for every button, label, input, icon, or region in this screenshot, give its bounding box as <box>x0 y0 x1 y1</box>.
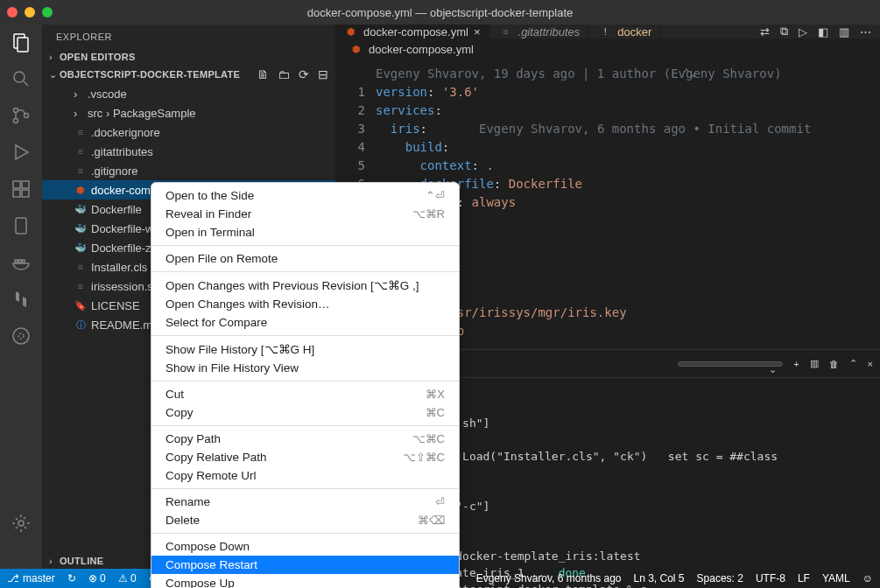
docker-icon[interactable] <box>11 252 32 273</box>
open-changes-icon[interactable]: ⇄ <box>760 25 770 38</box>
menu-shortcut: ⏎ <box>435 495 445 508</box>
chevron-right-icon: › <box>49 556 60 566</box>
svg-rect-11 <box>22 181 29 188</box>
menu-item-open-changes-with-previous-revision-g[interactable]: Open Changes with Previous Revision [⌥⌘G… <box>151 276 459 295</box>
debug-icon[interactable] <box>11 142 32 163</box>
menu-separator <box>151 271 459 272</box>
menu-item-show-file-history-g-h[interactable]: Show File History [⌥⌘G H] <box>151 340 459 359</box>
objectscript-icon[interactable] <box>11 215 32 236</box>
svg-rect-8 <box>13 181 20 188</box>
minimize-window-button[interactable] <box>25 7 35 18</box>
refresh-icon[interactable]: ⟳ <box>299 67 309 81</box>
split-icon[interactable]: ▥ <box>839 25 849 38</box>
maximize-window-button[interactable] <box>42 7 53 18</box>
menu-item-delete[interactable]: Delete⌘⌫ <box>151 511 459 529</box>
tree-file-gitattributes[interactable]: ≡.gitattributes <box>42 142 335 161</box>
info-icon: ⓘ <box>74 318 88 332</box>
collapse-icon[interactable]: ⊟ <box>318 67 328 81</box>
menu-item-open-file-on-remote[interactable]: Open File on Remote <box>151 249 459 268</box>
svg-rect-12 <box>16 218 26 234</box>
docker-file-icon: 🐳 <box>74 241 88 255</box>
menu-item-copy-path[interactable]: Copy Path⌥⌘C <box>151 430 459 448</box>
breadcrumb[interactable]: ⬢ docker-compose.yml <box>335 38 880 60</box>
menu-shortcut: ⌘C <box>426 406 445 419</box>
menu-item-compose-down[interactable]: Compose Down <box>151 537 459 556</box>
window-controls <box>7 7 53 18</box>
extensions-icon[interactable] <box>11 178 32 200</box>
tree-file-dockerignore[interactable]: ≡.dockerignore <box>42 122 335 142</box>
preview-icon[interactable]: ◧ <box>818 25 828 38</box>
svg-point-18 <box>18 521 24 526</box>
menu-item-copy-remote-url[interactable]: Copy Remote Url <box>151 466 459 485</box>
status-errors[interactable]: ⊗ 0 <box>88 572 106 584</box>
menu-item-copy-relative-path[interactable]: Copy Relative Path⌥⇧⌘C <box>151 448 459 466</box>
status-warnings[interactable]: ⚠ 0 <box>118 572 137 584</box>
docker-file-icon: 🐳 <box>74 221 88 235</box>
close-window-button[interactable] <box>7 7 18 18</box>
new-file-icon[interactable]: 🗎 <box>257 67 269 81</box>
menu-item-copy[interactable]: Copy⌘C <box>151 403 459 422</box>
search-icon[interactable] <box>11 68 32 89</box>
status-lang[interactable]: YAML <box>822 572 850 584</box>
compose-icon: ⬢ <box>74 183 88 197</box>
chevron-right-icon: › <box>74 88 84 101</box>
explorer-icon[interactable] <box>11 32 32 52</box>
more-icon[interactable]: ⋯ <box>860 25 871 38</box>
menu-item-label: Compose Down <box>165 540 250 553</box>
file-icon: ≡ <box>74 125 88 139</box>
close-panel-icon[interactable]: × <box>868 359 873 369</box>
hashicorp-icon[interactable] <box>11 289 32 310</box>
new-folder-icon[interactable]: 🗀 <box>278 67 290 81</box>
menu-item-cut[interactable]: Cut⌘X <box>151 385 459 403</box>
run-icon[interactable]: ▷ <box>799 25 807 38</box>
open-editors-section[interactable]: › OPEN EDITORS <box>42 49 335 65</box>
menu-item-show-in-file-history-view[interactable]: Show in File History View <box>151 359 459 377</box>
close-tab-icon[interactable]: × <box>474 25 481 38</box>
menu-item-select-for-compare[interactable]: Select for Compare <box>151 313 459 332</box>
remote-icon[interactable] <box>11 326 32 346</box>
settings-gear-icon[interactable] <box>11 513 32 534</box>
kill-terminal-icon[interactable]: 🗑 <box>829 359 839 369</box>
menu-item-label: Copy Relative Path <box>165 451 267 464</box>
status-blame[interactable]: Evgeny Shvarov, 6 months ago <box>476 572 622 584</box>
menu-item-compose-up[interactable]: Compose Up <box>151 574 459 588</box>
tab-docker-compose[interactable]: ⬢ docker-compose.yml × <box>335 24 490 38</box>
source-control-icon[interactable] <box>11 105 32 126</box>
docker-file-icon: 🐳 <box>74 202 88 216</box>
status-feedback[interactable]: ☺ <box>862 572 873 584</box>
titlebar: docker-compose.yml — objectscript-docker… <box>0 0 880 24</box>
new-terminal-icon[interactable]: + <box>793 359 799 369</box>
svg-rect-13 <box>15 260 18 262</box>
menu-item-rename[interactable]: Rename⏎ <box>151 493 459 511</box>
tree-folder-vscode[interactable]: ›.vscode <box>42 84 335 103</box>
status-sync[interactable]: ↻ <box>67 572 76 584</box>
tab-docker[interactable]: ! docker <box>589 24 661 38</box>
menu-item-reveal-in-finder[interactable]: Reveal in Finder⌥⌘R <box>151 205 459 223</box>
license-icon: 🔖 <box>74 298 88 312</box>
svg-point-2 <box>14 72 25 82</box>
menu-shortcut: ⌃⏎ <box>426 189 445 202</box>
maximize-panel-icon[interactable]: ⌃ <box>849 358 857 369</box>
fold-indicator[interactable]: ⌃⌄ <box>684 66 696 79</box>
tree-folder-src[interactable]: ›src › PackageSample <box>42 103 335 122</box>
svg-point-5 <box>14 119 18 123</box>
svg-line-3 <box>24 81 28 86</box>
terminal-selector[interactable]: ⌄ <box>678 361 783 367</box>
tree-file-gitignore[interactable]: ≡.gitignore <box>42 161 335 180</box>
menu-item-open-changes-with-revision[interactable]: Open Changes with Revision… <box>151 295 459 313</box>
tab-gitattributes[interactable]: ≡ .gitattributes <box>490 24 590 38</box>
sidebar-title: EXPLORER <box>42 24 335 49</box>
status-encoding[interactable]: UTF-8 <box>756 572 785 584</box>
status-spaces[interactable]: Spaces: 2 <box>697 572 743 584</box>
compare-icon[interactable]: ⧉ <box>780 24 788 38</box>
status-branch[interactable]: ⎇ master <box>7 572 55 584</box>
project-section[interactable]: ⌄ OBJECTSCRIPT-DOCKER-TEMPLATE 🗎 🗀 ⟳ ⊟ <box>42 65 335 84</box>
status-cursor[interactable]: Ln 3, Col 5 <box>634 572 685 584</box>
menu-item-compose-restart[interactable]: Compose Restart <box>151 556 459 574</box>
menu-item-open-in-terminal[interactable]: Open in Terminal <box>151 223 459 242</box>
status-eol[interactable]: LF <box>798 572 810 584</box>
menu-item-open-to-the-side[interactable]: Open to the Side⌃⏎ <box>151 186 459 205</box>
split-terminal-icon[interactable]: ▥ <box>810 358 819 369</box>
menu-item-label: Open File on Remote <box>165 252 278 265</box>
svg-rect-1 <box>18 38 28 52</box>
